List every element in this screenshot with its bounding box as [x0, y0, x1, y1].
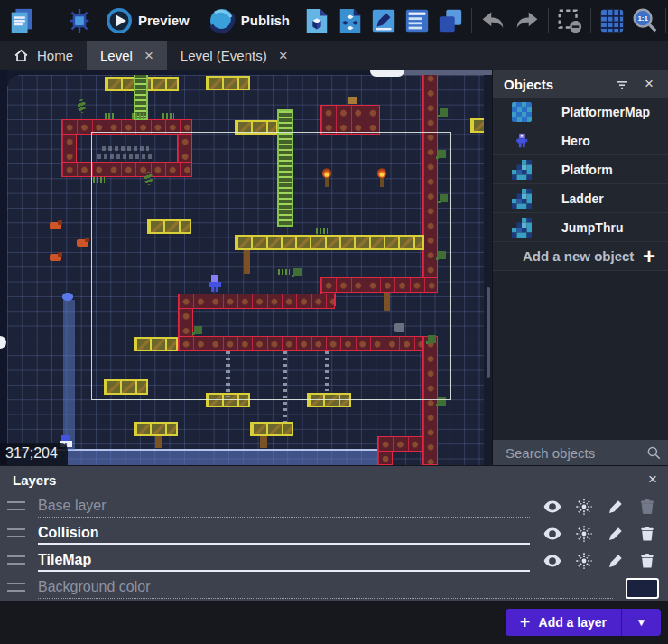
enemy-sprite[interactable] [50, 254, 61, 261]
search-icon[interactable] [645, 444, 662, 461]
add-layer-label: Add a layer [539, 615, 607, 630]
drag-handle-icon[interactable] [7, 528, 25, 539]
publish-label: Publish [241, 13, 290, 28]
water-column[interactable] [63, 300, 75, 450]
object-item-jumpthru[interactable]: JumpThru [493, 213, 668, 242]
horizontal-scrollbar-track[interactable] [404, 70, 492, 75]
add-layer-button[interactable]: + Add a layer [506, 609, 621, 636]
tiles-object-icon [511, 217, 533, 238]
project-manager-icon[interactable] [7, 5, 36, 36]
toolbar-separator [548, 8, 549, 33]
search-objects-input[interactable] [504, 444, 645, 462]
objects-panel: Objects × PlatformerMap Hero [492, 70, 668, 465]
visibility-eye-icon[interactable] [543, 524, 562, 544]
tab-level[interactable]: Level × [87, 41, 167, 70]
object-groups-icon[interactable] [336, 5, 365, 36]
horizontal-scrollbar-thumb[interactable] [370, 70, 404, 77]
search-objects-box [493, 440, 668, 465]
effects-icon[interactable] [574, 524, 594, 544]
tab-bar: Home Level × Level (Events) × [0, 41, 668, 70]
preview-icon [105, 5, 134, 36]
gdevelop-window: Preview Publish [0, 0, 668, 644]
scene-canvas[interactable]: 317;204 [0, 70, 492, 465]
tab-home-label: Home [37, 48, 73, 63]
object-item-hero[interactable]: Hero [493, 126, 668, 155]
delete-trash-icon[interactable] [637, 551, 657, 571]
drag-handle-icon[interactable] [7, 555, 25, 566]
layer-name[interactable]: Collision [38, 523, 530, 545]
object-item-platformermap[interactable]: PlatformerMap [493, 98, 668, 126]
tab-level-events[interactable]: Level (Events) × [167, 41, 302, 70]
redo-icon[interactable] [513, 5, 542, 36]
objects-panel-title: Objects [504, 77, 605, 92]
platform-tile[interactable] [61, 134, 77, 163]
add-new-object-button[interactable]: Add a new object + [493, 242, 668, 271]
grass-deco [162, 113, 174, 119]
bird-sprite[interactable] [62, 293, 73, 301]
layer-row-background-color[interactable]: Background color [0, 574, 668, 602]
tiles-object-icon [511, 159, 533, 181]
close-tab-icon[interactable]: × [141, 47, 153, 65]
background-color-swatch[interactable] [626, 578, 659, 599]
main-toolbar: Preview Publish [0, 0, 668, 41]
object-item-ladder[interactable]: Ladder [493, 184, 668, 213]
plant-deco [440, 108, 448, 117]
layer-row-base-layer[interactable]: Base layer [0, 493, 668, 520]
layer-name[interactable]: Base layer [38, 496, 530, 518]
layer-name[interactable]: TileMap [38, 550, 530, 572]
grid-icon[interactable] [598, 5, 626, 36]
close-panel-icon[interactable]: × [648, 471, 657, 489]
preview-label: Preview [138, 13, 190, 28]
add-layer-dropdown[interactable]: ▼ [621, 609, 661, 636]
tiles-object-icon [511, 188, 533, 210]
toolbar-separator [471, 8, 472, 33]
toolbar-separator [590, 8, 591, 33]
effects-icon[interactable] [574, 551, 594, 571]
platform-tile[interactable] [320, 105, 380, 135]
edit-pencil-icon[interactable] [606, 524, 626, 544]
level-boundary-left [0, 70, 7, 465]
delete-trash-icon[interactable] [637, 524, 657, 544]
debugger-icon[interactable] [65, 5, 94, 36]
layers-toolbar-icon[interactable] [436, 5, 465, 36]
crate-tile[interactable] [250, 422, 293, 436]
preview-button[interactable]: Preview [105, 5, 190, 36]
scrollbar-track[interactable] [487, 287, 490, 378]
drag-handle-icon[interactable] [7, 583, 25, 593]
zoom-1-1-icon[interactable]: 1:1 [630, 5, 659, 36]
tab-home[interactable]: Home [0, 41, 87, 70]
platform-tile[interactable] [377, 436, 423, 452]
layer-row-tilemap[interactable]: TileMap [0, 547, 668, 574]
edit-pencil-icon[interactable] [606, 497, 626, 517]
post-deco [155, 436, 162, 448]
vine-deco [78, 99, 86, 113]
drag-handle-icon[interactable] [7, 501, 25, 512]
enemy-sprite[interactable] [50, 222, 61, 229]
add-object-icon[interactable] [302, 5, 331, 36]
layers-panel: Layers × Base layer Collision [0, 465, 668, 601]
layer-row-collision[interactable]: Collision [0, 520, 668, 547]
instances-list-icon[interactable] [403, 5, 431, 36]
delete-trash-icon [637, 497, 657, 517]
close-panel-icon[interactable]: × [639, 74, 659, 94]
item-deco [348, 97, 357, 104]
crate-tile[interactable] [134, 422, 178, 436]
visibility-eye-icon[interactable] [543, 551, 562, 571]
filter-icon[interactable] [612, 74, 632, 94]
clear-selection-icon[interactable] [555, 5, 584, 36]
publish-button[interactable]: Publish [208, 5, 290, 36]
svg-text:1:1: 1:1 [637, 14, 648, 23]
close-tab-icon[interactable]: × [275, 47, 288, 65]
platform-tile[interactable] [377, 451, 393, 465]
enemy-sprite[interactable] [77, 239, 88, 247]
effects-icon[interactable] [574, 497, 594, 517]
edit-pencil-icon[interactable] [606, 551, 626, 571]
visibility-eye-icon[interactable] [543, 497, 562, 517]
edit-properties-icon[interactable] [369, 5, 398, 36]
undo-icon[interactable] [478, 5, 507, 36]
crate-tile[interactable] [206, 76, 250, 90]
publish-icon [208, 5, 237, 36]
object-item-platform[interactable]: Platform [493, 155, 668, 184]
layers-panel-title: Layers [13, 472, 648, 488]
layer-name[interactable]: Background color [38, 577, 613, 599]
